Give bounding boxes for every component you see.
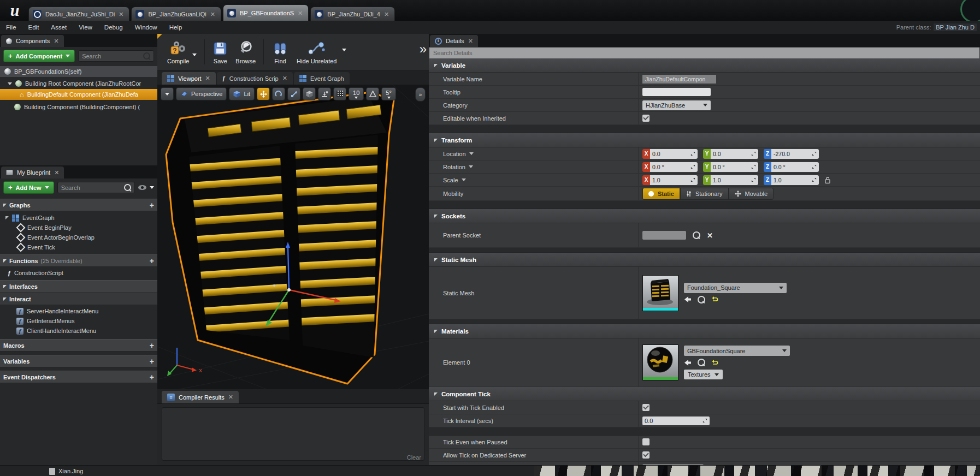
doc-tab-guanliqi[interactable]: BP_JianZhuGuanLiQi ✕ [131,7,221,21]
rotation-snap-button[interactable] [366,87,379,100]
mobility-stationary-button[interactable]: Stationary [680,188,729,200]
event-tick-item[interactable]: Event Tick [0,242,157,252]
lit-mode-button[interactable]: Lit [229,87,255,100]
graphs-section-header[interactable]: Graphs + [0,199,157,211]
component-row-building-component[interactable]: Building Component (BuildingComponent) ( [0,102,157,112]
rotation-x-input[interactable]: 0.0 ° [650,162,698,172]
menu-edit[interactable]: Edit [22,24,45,31]
menu-debug[interactable]: Debug [98,24,129,31]
compile-button[interactable]: ? Compile [167,40,189,64]
clear-log-button[interactable]: Clear [407,454,421,461]
3d-viewport[interactable]: Perspective Lit [157,85,429,389]
static-mesh-asset-dropdown[interactable]: Foundation_Square [684,283,787,293]
mobility-movable-button[interactable]: Movable [729,188,774,200]
scale-tool-button[interactable] [287,87,300,100]
scale-lock-icon[interactable] [824,176,831,184]
static-mesh-section-header[interactable]: Static Mesh [429,253,980,267]
rotation-z-input[interactable]: 0.0 ° [771,162,819,172]
close-icon[interactable]: ✕ [298,10,303,16]
interface-item-serverhandle[interactable]: f ServerHandleInteractMenu [0,306,157,316]
doc-tab-diji4[interactable]: BP_JianZhu_DiJi_4 ✕ [310,7,395,21]
sockets-section-header[interactable]: Sockets [429,209,980,223]
transform-section-header[interactable]: Transform [429,133,980,147]
construction-script-tab[interactable]: ƒ Construction Scrip ✕ [217,72,293,85]
editable-when-inherited-checkbox[interactable] [642,115,650,122]
viewport-options-dropdown[interactable] [161,87,174,100]
add-variable-button[interactable]: + [150,358,154,365]
toolbar-overflow-chevrons-icon[interactable]: » [420,41,426,57]
translate-tool-button[interactable] [257,87,270,100]
event-graph-tab[interactable]: Event Graph [294,72,350,85]
add-new-button[interactable]: + Add New [3,181,54,194]
browse-to-asset-icon[interactable] [698,296,705,304]
menu-window[interactable]: Window [129,24,163,31]
parent-socket-field[interactable] [642,231,686,240]
menu-help[interactable]: Help [163,24,188,31]
close-icon[interactable]: ✕ [384,11,389,17]
collapse-caret-icon[interactable] [5,216,9,219]
menu-view[interactable]: View [73,24,98,31]
location-z-input[interactable]: -270.0 [771,149,819,159]
variable-name-field[interactable]: JianZhuDefaultCompon [642,75,716,84]
scale-y-input[interactable]: 1.0 [711,175,758,185]
add-graph-button[interactable]: + [150,201,154,209]
mobility-static-button[interactable]: Static [642,188,680,200]
close-icon[interactable]: ✕ [205,75,210,81]
find-button[interactable]: Find [271,40,289,64]
interface-item-getinteract[interactable]: f GetInteractMenus [0,316,157,326]
reset-to-default-icon[interactable] [712,296,718,302]
doc-tab-daoju[interactable]: DaoJu_JianZhu_JuShi_Di ✕ [28,7,129,21]
close-icon[interactable]: ✕ [54,170,59,176]
parent-class-value[interactable]: BP Jian Zhu D [934,23,977,31]
menu-file[interactable]: File [0,24,22,31]
start-with-tick-checkbox[interactable] [642,404,650,411]
location-y-input[interactable]: 0.0 [711,149,758,159]
add-dispatcher-button[interactable]: + [150,373,154,381]
expander-icon[interactable] [8,82,12,85]
component-row-building-default-selected[interactable]: ⌂ BuildingDefault Component (JianZhuDefa [0,89,157,100]
scale-z-input[interactable]: 1.0 [771,175,819,185]
details-tab[interactable]: i Details ✕ [430,35,478,47]
component-tick-section-header[interactable]: Component Tick [429,387,980,401]
browse-to-asset-icon[interactable] [698,359,705,366]
compiler-log-area[interactable] [162,407,424,461]
interface-item-clienthandle[interactable]: f ClientHandleInteractMenu [0,326,157,336]
save-button[interactable]: Save [212,40,228,64]
surface-snap-button[interactable] [318,87,331,100]
event-dispatchers-section-header[interactable]: Event Dispatchers + [0,371,157,383]
add-function-button[interactable]: + [150,257,154,265]
coordinate-space-button[interactable] [303,87,316,100]
chevron-down-icon[interactable] [150,186,154,189]
grid-snap-button[interactable] [333,87,346,100]
reset-to-default-icon[interactable] [712,360,718,366]
viewport-toolbar-overflow-button[interactable]: » [415,87,426,102]
viewport-tab[interactable]: Viewport ✕ [162,72,216,85]
content-browser-thumbnail-strip[interactable] [534,466,980,476]
content-path-item[interactable]: Xian.Jing [0,468,83,475]
my-blueprint-tab[interactable]: My Blueprint ✕ [1,166,64,178]
hide-unrelated-options-chevron-icon[interactable] [342,49,346,51]
tick-interval-input[interactable]: 0.0 [642,416,710,425]
compile-options-chevron-icon[interactable] [192,53,197,56]
component-row-building-root[interactable]: Building Root Component (JianZhuRootCor [0,78,157,89]
rotate-tool-button[interactable] [272,87,285,100]
close-icon[interactable]: ✕ [119,11,123,17]
tick-even-when-paused-checkbox[interactable] [642,438,650,445]
construction-script-item[interactable]: ƒ ConstructionScript [0,268,157,278]
static-mesh-thumbnail[interactable] [642,275,678,311]
components-search-input[interactable]: Search [78,50,154,62]
category-dropdown[interactable]: HJianZhuBase [642,100,711,110]
location-x-input[interactable]: 0.0 [650,149,698,159]
rotation-y-input[interactable]: 0.0 ° [711,162,758,172]
eye-filter-icon[interactable] [138,185,146,190]
add-macro-button[interactable]: + [150,342,154,349]
allow-tick-dedicated-checkbox[interactable] [642,451,650,459]
menu-asset[interactable]: Asset [45,24,73,31]
close-icon[interactable]: ✕ [228,394,233,400]
grid-snap-value-button[interactable]: 10 [349,87,364,100]
textures-dropdown-button[interactable]: Textures [684,370,723,379]
tooltip-input[interactable] [642,88,711,96]
component-row-self[interactable]: BP_GBFoundationS(self) [0,66,157,77]
functions-section-header[interactable]: Functions (25 Overridable) + [0,254,157,267]
macros-section-header[interactable]: Macros + [0,339,157,352]
